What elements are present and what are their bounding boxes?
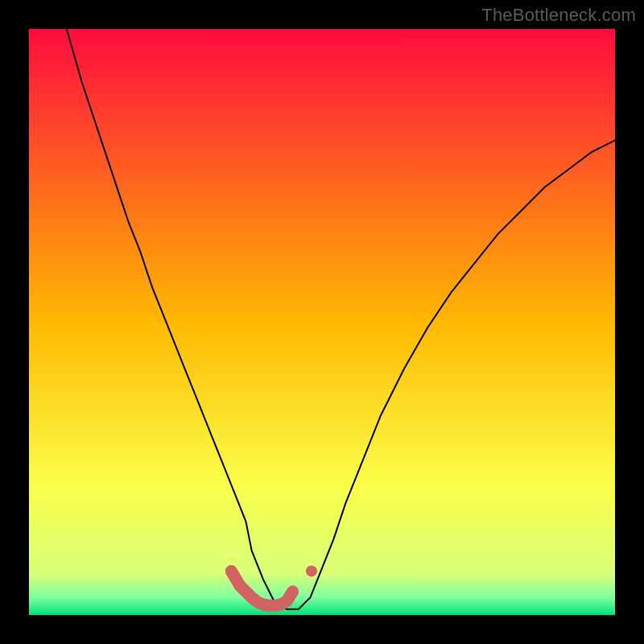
bottleneck-plot [29,29,615,615]
highlight-dot [306,565,317,576]
chart-frame: TheBottleneck.com [0,0,644,644]
plot-background [29,29,615,615]
watermark-label: TheBottleneck.com [481,5,636,26]
